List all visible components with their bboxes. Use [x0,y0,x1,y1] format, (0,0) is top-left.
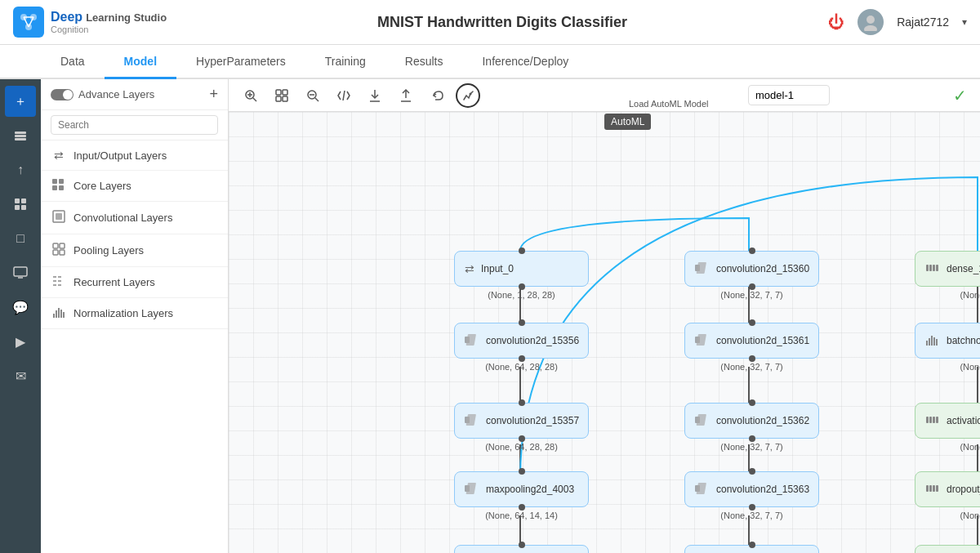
tab-hyperparameters[interactable]: HyperParameters [176,45,305,79]
sidebar-icon-grid[interactable] [5,189,36,220]
svg-rect-15 [14,267,27,276]
node-dot-bottom-maxpool4003 [519,504,525,511]
conv15363-dims: (None, 32, 7, 7) [684,511,819,520]
svg-rect-81 [697,262,706,274]
upload-button[interactable] [394,83,418,108]
node-dot-top-conv15356 [519,319,525,326]
svg-rect-99 [929,338,930,346]
code-view-button[interactable] [332,83,356,108]
power-button[interactable]: ⏻ [828,13,844,32]
node-dropout4712[interactable]: dropout_4712 [915,471,980,507]
node-conv15362[interactable]: convolution2d_15362 [684,403,819,439]
svg-rect-24 [60,243,65,248]
svg-point-7 [864,25,877,31]
icon-sidebar: ＋ ↑ □ 💬 ▶ ✉ [0,79,41,553]
svg-rect-19 [52,185,57,190]
node-dense10996[interactable]: dense_10996 [915,251,980,287]
user-dropdown-icon[interactable]: ▾ [962,16,967,28]
svg-rect-105 [933,417,935,423]
advance-layers-toggle[interactable]: Advance Layers [51,88,154,100]
svg-rect-95 [929,265,932,271]
layer-category-normalization[interactable]: Normalization Layers [41,298,228,329]
svg-rect-103 [926,417,929,423]
layer-category-pooling[interactable]: Pooling Layers [41,234,228,267]
node-dense10997[interactable]: dense_10997 [915,545,980,553]
svg-rect-108 [929,485,932,492]
user-name[interactable]: Rajat2712 [897,16,949,29]
tab-inference[interactable]: Inference/Deploy [462,45,588,79]
pooling-label: Pooling Layers [74,244,144,256]
svg-rect-87 [697,483,706,494]
download-button[interactable] [363,83,387,108]
core-icon [51,179,67,193]
node-maxpool4005[interactable]: maxpooling2d_4005 [684,545,819,553]
layer-category-core[interactable]: Core Layers [41,171,228,202]
node-conv15363[interactable]: convolution2d_15363 [684,471,819,507]
node-dot-bottom-conv15362 [749,435,755,442]
main-layout: ＋ ↑ □ 💬 ▶ ✉ [0,79,980,553]
normalization-label: Normalization Layers [74,307,173,319]
tab-data[interactable]: Data [41,45,105,79]
layer-category-recurrent[interactable]: Recurrent Layers [41,267,228,298]
svg-rect-11 [15,198,20,203]
svg-rect-42 [276,90,281,95]
node-input0[interactable]: ⇄ Input_0 [454,251,589,287]
sidebar-icon-chat[interactable]: 💬 [5,292,36,323]
node-dot-top-input0 [519,248,525,254]
node-dot-bottom-conv15363 [749,504,755,511]
node-conv15356[interactable]: convolution2d_15356 [454,323,589,359]
svg-rect-34 [56,310,57,318]
svg-rect-83 [697,334,706,346]
layer-category-convolutional[interactable]: Convolutional Layers [41,202,228,234]
node-dot-bottom-conv15356 [519,355,525,362]
svg-rect-94 [926,265,929,271]
node-activation7937[interactable]: activation_7937 [915,403,980,439]
zoom-in-button[interactable] [238,83,263,108]
automl-button[interactable] [456,83,480,108]
validation-check-icon: ✓ [953,86,967,105]
conv15362-label: convolution2d_15362 [716,415,809,426]
svg-rect-9 [15,135,26,137]
svg-rect-8 [15,132,26,134]
tab-results[interactable]: Results [385,45,463,79]
zoom-out-button[interactable] [301,83,325,108]
node-conv15357[interactable]: convolution2d_15357 [454,403,589,439]
svg-rect-110 [936,485,938,492]
conv15357-icon [465,414,479,428]
logo-deep: Deep [51,9,82,25]
node-conv15361[interactable]: convolution2d_15361 [684,323,819,359]
node-dot-top-conv15357 [519,399,525,406]
node-dot-top-conv15358 [519,542,525,548]
app-logo-icon [13,7,44,38]
undo-button[interactable] [425,83,449,108]
svg-rect-98 [926,341,928,346]
node-batchnorm7313[interactable]: batchnormalization_7313 [915,323,980,359]
sidebar-icon-square[interactable]: □ [5,223,36,254]
add-layer-button[interactable]: + [209,86,218,103]
node-maxpool4003[interactable]: maxpooling2d_4003 [454,471,589,507]
conv15357-label: convolution2d_15357 [486,415,579,426]
layer-panel-header: Advance Layers + [41,79,228,110]
svg-rect-20 [59,185,64,190]
sidebar-icon-monitor[interactable] [5,257,36,288]
tab-training[interactable]: Training [305,45,385,79]
tab-model[interactable]: Model [105,45,176,79]
search-input[interactable] [51,115,218,135]
toggle-switch-icon [51,89,74,100]
conv-label: Convolutional Layers [74,212,172,224]
diagram-canvas[interactable]: ⇄ Input_0 (None, 1, 28, 28) convolution2… [229,112,980,553]
layer-category-input-output[interactable]: ⇄ Input/Output Layers [41,140,228,171]
node-conv15360[interactable]: convolution2d_15360 [684,251,819,287]
node-dot-top-conv15360 [749,248,755,254]
conv15362-dims: (None, 32, 7, 7) [684,442,819,452]
sidebar-icon-layers[interactable] [5,120,36,151]
svg-rect-45 [283,96,287,101]
sidebar-icon-mail[interactable]: ✉ [5,360,36,391]
svg-rect-101 [933,337,935,346]
node-conv15358[interactable]: convolution2d_15358 [454,545,589,553]
sidebar-icon-plus[interactable]: ＋ [5,86,36,117]
fit-view-button[interactable] [270,83,294,108]
sidebar-icon-play[interactable]: ▶ [5,326,36,357]
sidebar-icon-upload[interactable]: ↑ [5,154,36,185]
maxpool4003-label: maxpooling2d_4003 [486,484,574,495]
